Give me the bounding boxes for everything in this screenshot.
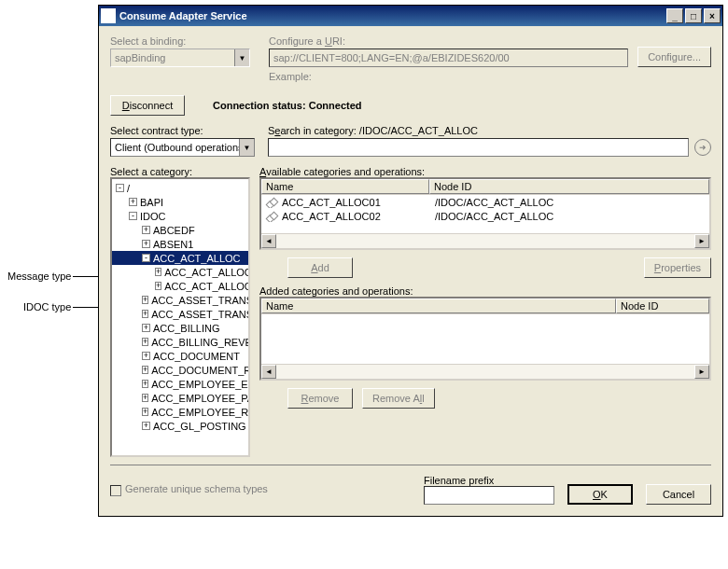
gen-unique-checkbox: Generate unique schema types xyxy=(110,483,268,495)
filename-prefix-label: Filename prefix xyxy=(424,475,554,486)
minimize-button[interactable]: _ xyxy=(666,8,683,23)
operation-icon xyxy=(267,214,280,220)
col-nodeid[interactable]: Node ID xyxy=(429,179,709,194)
remove-all-button: Remove All xyxy=(362,388,435,409)
chevron-down-icon[interactable]: ▼ xyxy=(239,139,254,156)
properties-button: Properties xyxy=(644,257,711,278)
disconnect-button[interactable]: Disconnect xyxy=(110,95,185,116)
operation-icon xyxy=(267,200,280,206)
category-tree[interactable]: -/ +BAPI -IDOC +ABCEDF +ABSEN1 -ACC_ACT_… xyxy=(110,177,250,457)
chevron-down-icon: ▼ xyxy=(234,49,249,66)
example-label: Example: xyxy=(269,71,711,82)
added-label: Added categories and operations: xyxy=(259,285,711,297)
scrollbar-horizontal[interactable]: ◄► xyxy=(261,364,709,379)
list-item: ACC_ACT_ALLOC02 /IDOC/ACC_ACT_ALLOC xyxy=(261,209,709,223)
col-nodeid[interactable]: Node ID xyxy=(616,298,709,313)
add-button: Add xyxy=(287,257,353,278)
binding-select: sapBinding ▼ xyxy=(110,49,250,67)
scrollbar-horizontal[interactable]: ◄► xyxy=(261,233,709,248)
annotation-message-type: Message type xyxy=(7,271,71,282)
available-list[interactable]: Name Node ID ACC_ACT_ALLOC01 /IDOC/ACC_A… xyxy=(259,177,711,250)
filename-prefix-input[interactable] xyxy=(424,486,554,505)
configure-button: Configure... xyxy=(637,47,711,67)
cancel-button[interactable]: Cancel xyxy=(646,484,711,505)
remove-button: Remove xyxy=(287,388,353,409)
list-item: ACC_ACT_ALLOC01 /IDOC/ACC_ACT_ALLOC xyxy=(261,195,709,209)
uri-input: sap://CLIENT=800;LANG=EN;@a/EBIZIDES620/… xyxy=(269,49,628,67)
search-go-icon[interactable]: ➜ xyxy=(694,139,711,156)
contract-select[interactable]: Client (Outbound operations) ▼ xyxy=(110,138,255,157)
available-label: Available categories and operations: xyxy=(259,166,711,177)
app-icon xyxy=(101,8,116,23)
ok-button[interactable]: OK xyxy=(567,484,633,505)
window-title: Consume Adapter Service xyxy=(119,10,247,21)
search-label: Search in category: /IDOC/ACC_ACT_ALLOC xyxy=(268,125,711,136)
configure-uri-label: Configure a URI: xyxy=(269,35,711,47)
col-name[interactable]: Name xyxy=(261,298,616,313)
select-contract-label: Select contract type: xyxy=(110,125,255,136)
dialog-consume-adapter: Consume Adapter Service _ □ × Select a b… xyxy=(98,5,723,517)
select-category-label: Select a category: xyxy=(110,166,250,177)
added-list[interactable]: Name Node ID ◄► xyxy=(259,297,711,381)
annotation-idoc-type: IDOC type xyxy=(23,301,71,312)
titlebar: Consume Adapter Service _ □ × xyxy=(99,6,722,26)
maximize-button[interactable]: □ xyxy=(685,8,702,23)
tree-item-acc-act-alloc: -ACC_ACT_ALLOC xyxy=(112,251,248,265)
connection-status: Connection status: Connected xyxy=(213,100,362,111)
col-name[interactable]: Name xyxy=(261,179,429,194)
close-button[interactable]: × xyxy=(704,8,721,23)
search-input[interactable] xyxy=(268,138,689,157)
select-binding-label: Select a binding: xyxy=(110,35,250,47)
